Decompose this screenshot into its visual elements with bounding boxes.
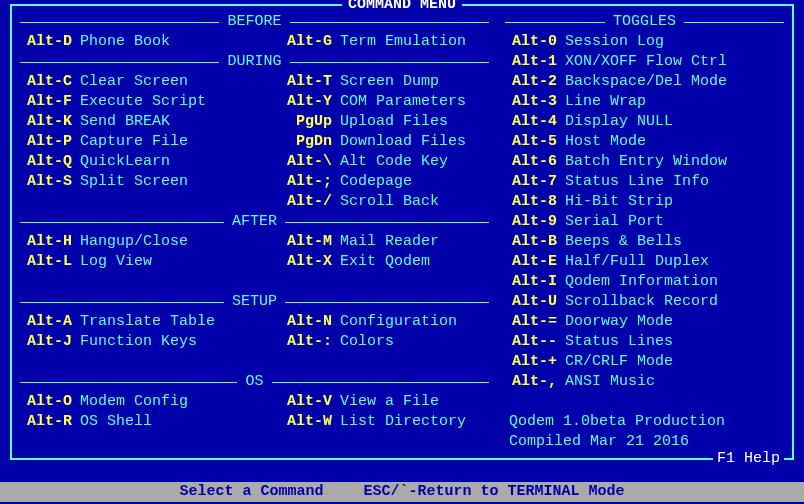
section-toggles: TOGGLES xyxy=(505,12,784,32)
section-os: OS xyxy=(20,372,489,392)
menu-colors[interactable]: Alt-:Colors xyxy=(280,332,489,352)
toggle-item[interactable]: Alt-5Host Mode xyxy=(505,132,784,152)
menu-alt-code-key[interactable]: Alt-\Alt Code Key xyxy=(280,152,489,172)
command-menu-window: COMMAND MENU F1 Help BEFORE Alt-DPhone B… xyxy=(10,4,794,460)
menu-codepage[interactable]: Alt-;Codepage xyxy=(280,172,489,192)
right-column: TOGGLES Alt-0Session LogAlt-1XON/XOFF Fl… xyxy=(499,12,784,452)
menu-clear-screen[interactable]: Alt-CClear Screen xyxy=(20,72,280,92)
menu-capture-file[interactable]: Alt-PCapture File xyxy=(20,132,280,152)
status-bar: Select a Command ESC/`-Return to TERMINA… xyxy=(0,482,804,502)
menu-scroll-back[interactable]: Alt-/Scroll Back xyxy=(280,192,489,212)
toggle-item[interactable]: Alt-7Status Line Info xyxy=(505,172,784,192)
section-after: AFTER xyxy=(20,212,489,232)
version-info: Qodem 1.0beta Production xyxy=(505,412,784,432)
menu-configuration[interactable]: Alt-NConfiguration xyxy=(280,312,489,332)
menu-modem-config[interactable]: Alt-OModem Config xyxy=(20,392,280,412)
menu-translate-table[interactable]: Alt-ATranslate Table xyxy=(20,312,280,332)
toggle-item[interactable]: Alt-+CR/CRLF Mode xyxy=(505,352,784,372)
menu-com-parameters[interactable]: Alt-YCOM Parameters xyxy=(280,92,489,112)
toggle-item[interactable]: Alt-1XON/XOFF Flow Ctrl xyxy=(505,52,784,72)
menu-log-view[interactable]: Alt-LLog View xyxy=(20,252,280,272)
toggle-item[interactable]: Alt-IQodem Information xyxy=(505,272,784,292)
toggle-item[interactable]: Alt-EHalf/Full Duplex xyxy=(505,252,784,272)
section-during: DURING xyxy=(20,52,489,72)
menu-function-keys[interactable]: Alt-JFunction Keys xyxy=(20,332,280,352)
left-columns: BEFORE Alt-DPhone Book Alt-GTerm Emulati… xyxy=(20,12,499,452)
toggle-item[interactable]: Alt-3Line Wrap xyxy=(505,92,784,112)
section-setup: SETUP xyxy=(20,292,489,312)
footer-esc: ESC/`-Return to TERMINAL Mode xyxy=(363,482,624,502)
toggle-item[interactable]: Alt-6Batch Entry Window xyxy=(505,152,784,172)
section-before: BEFORE xyxy=(20,12,489,32)
toggle-item[interactable]: Alt--Status Lines xyxy=(505,332,784,352)
menu-exit-qodem[interactable]: Alt-XExit Qodem xyxy=(280,252,489,272)
toggle-item[interactable]: Alt-=Doorway Mode xyxy=(505,312,784,332)
menu-mail-reader[interactable]: Alt-MMail Reader xyxy=(280,232,489,252)
toggle-item[interactable]: Alt-2Backspace/Del Mode xyxy=(505,72,784,92)
menu-hangup-close[interactable]: Alt-HHangup/Close xyxy=(20,232,280,252)
menu-execute-script[interactable]: Alt-FExecute Script xyxy=(20,92,280,112)
menu-send-break[interactable]: Alt-KSend BREAK xyxy=(20,112,280,132)
menu-term-emulation[interactable]: Alt-GTerm Emulation xyxy=(280,32,489,52)
menu-split-screen[interactable]: Alt-SSplit Screen xyxy=(20,172,280,192)
menu-quicklearn[interactable]: Alt-QQuickLearn xyxy=(20,152,280,172)
menu-view-file[interactable]: Alt-VView a File xyxy=(280,392,489,412)
menu-upload-files[interactable]: PgUpUpload Files xyxy=(280,112,489,132)
menu-os-shell[interactable]: Alt-ROS Shell xyxy=(20,412,280,432)
footer-select: Select a Command xyxy=(179,482,323,502)
toggle-item[interactable]: Alt-4Display NULL xyxy=(505,112,784,132)
toggle-item[interactable]: Alt-0Session Log xyxy=(505,32,784,52)
toggle-item[interactable]: Alt-8Hi-Bit Strip xyxy=(505,192,784,212)
menu-download-files[interactable]: PgDnDownload Files xyxy=(280,132,489,152)
toggle-item[interactable]: Alt-,ANSI Music xyxy=(505,372,784,392)
toggle-item[interactable]: Alt-BBeeps & Bells xyxy=(505,232,784,252)
f1-help-hint[interactable]: F1 Help xyxy=(713,449,784,469)
menu-phone-book[interactable]: Alt-DPhone Book xyxy=(20,32,280,52)
menu-list-directory[interactable]: Alt-WList Directory xyxy=(280,412,489,432)
toggle-item[interactable]: Alt-9Serial Port xyxy=(505,212,784,232)
toggle-item[interactable]: Alt-UScrollback Record xyxy=(505,292,784,312)
menu-screen-dump[interactable]: Alt-TScreen Dump xyxy=(280,72,489,92)
